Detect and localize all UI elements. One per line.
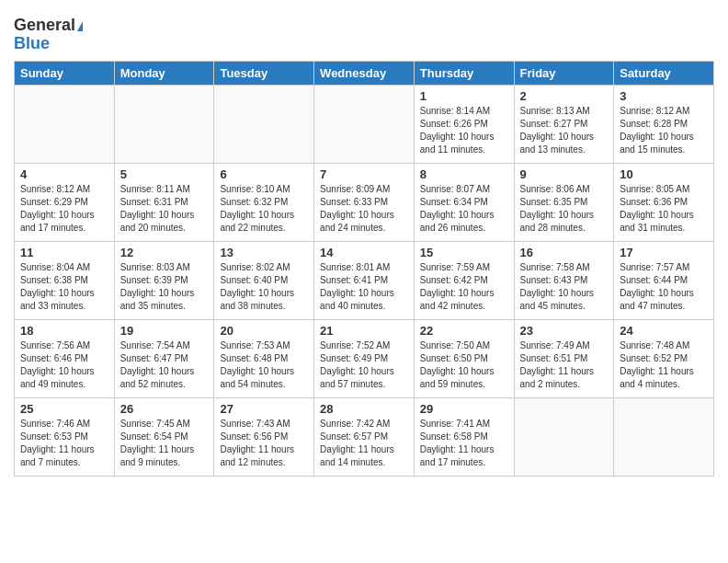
- calendar-cell: 2Sunrise: 8:13 AMSunset: 6:27 PMDaylight…: [514, 85, 614, 163]
- day-info: Sunrise: 7:58 AMSunset: 6:43 PMDaylight:…: [520, 261, 609, 313]
- calendar-cell: 23Sunrise: 7:49 AMSunset: 6:51 PMDayligh…: [514, 319, 614, 397]
- calendar-cell: [114, 85, 214, 163]
- day-info: Sunrise: 7:45 AMSunset: 6:54 PMDaylight:…: [120, 418, 209, 469]
- day-info: Sunrise: 7:46 AMSunset: 6:53 PMDaylight:…: [20, 418, 108, 469]
- day-number: 4: [20, 167, 108, 181]
- day-info: Sunrise: 8:10 AMSunset: 6:32 PMDaylight:…: [220, 183, 308, 235]
- calendar-cell: 16Sunrise: 7:58 AMSunset: 6:43 PMDayligh…: [514, 241, 614, 319]
- day-number: 23: [520, 324, 609, 338]
- day-number: 8: [420, 167, 508, 181]
- day-number: 12: [120, 246, 209, 259]
- day-number: 11: [20, 246, 108, 259]
- day-number: 29: [420, 402, 508, 416]
- calendar-cell: 11Sunrise: 8:04 AMSunset: 6:38 PMDayligh…: [15, 241, 115, 319]
- calendar-cell: [614, 397, 714, 476]
- day-number: 9: [520, 167, 609, 181]
- calendar-cell: 20Sunrise: 7:53 AMSunset: 6:48 PMDayligh…: [214, 319, 314, 397]
- calendar-cell: 4Sunrise: 8:12 AMSunset: 6:29 PMDaylight…: [15, 163, 115, 241]
- week-row-4: 25Sunrise: 7:46 AMSunset: 6:53 PMDayligh…: [15, 397, 714, 476]
- calendar-cell: 9Sunrise: 8:06 AMSunset: 6:35 PMDaylight…: [514, 163, 614, 241]
- day-header-thursday: Thursday: [414, 61, 514, 85]
- header-row: SundayMondayTuesdayWednesdayThursdayFrid…: [15, 61, 714, 85]
- calendar-table: SundayMondayTuesdayWednesdayThursdayFrid…: [14, 61, 714, 477]
- logo-general: General: [14, 17, 83, 35]
- day-info: Sunrise: 7:53 AMSunset: 6:48 PMDaylight:…: [220, 339, 308, 391]
- calendar-cell: [514, 397, 614, 476]
- day-info: Sunrise: 8:03 AMSunset: 6:39 PMDaylight:…: [120, 261, 209, 313]
- day-info: Sunrise: 8:14 AMSunset: 6:26 PMDaylight:…: [420, 105, 508, 156]
- calendar-cell: 1Sunrise: 8:14 AMSunset: 6:26 PMDaylight…: [414, 85, 514, 163]
- day-number: 3: [620, 89, 708, 103]
- calendar-cell: 21Sunrise: 7:52 AMSunset: 6:49 PMDayligh…: [314, 319, 415, 397]
- day-info: Sunrise: 8:02 AMSunset: 6:40 PMDaylight:…: [220, 261, 308, 313]
- week-row-3: 18Sunrise: 7:56 AMSunset: 6:46 PMDayligh…: [15, 319, 714, 397]
- day-info: Sunrise: 8:05 AMSunset: 6:36 PMDaylight:…: [620, 183, 708, 235]
- day-header-monday: Monday: [114, 61, 214, 85]
- calendar-cell: 26Sunrise: 7:45 AMSunset: 6:54 PMDayligh…: [114, 397, 214, 476]
- header: General Blue: [14, 9, 714, 53]
- calendar-cell: 22Sunrise: 7:50 AMSunset: 6:50 PMDayligh…: [414, 319, 514, 397]
- calendar-cell: 12Sunrise: 8:03 AMSunset: 6:39 PMDayligh…: [114, 241, 214, 319]
- day-info: Sunrise: 7:52 AMSunset: 6:49 PMDaylight:…: [320, 339, 408, 391]
- day-info: Sunrise: 8:06 AMSunset: 6:35 PMDaylight:…: [520, 183, 609, 235]
- calendar-cell: 24Sunrise: 7:48 AMSunset: 6:52 PMDayligh…: [614, 319, 714, 397]
- day-header-sunday: Sunday: [15, 61, 115, 85]
- calendar-cell: [314, 85, 415, 163]
- day-info: Sunrise: 7:41 AMSunset: 6:58 PMDaylight:…: [420, 418, 508, 469]
- day-info: Sunrise: 7:49 AMSunset: 6:51 PMDaylight:…: [520, 339, 609, 391]
- logo: General Blue: [14, 17, 83, 53]
- day-info: Sunrise: 7:48 AMSunset: 6:52 PMDaylight:…: [620, 339, 708, 391]
- day-number: 15: [420, 246, 508, 259]
- day-number: 1: [420, 89, 508, 103]
- day-info: Sunrise: 8:04 AMSunset: 6:38 PMDaylight:…: [20, 261, 108, 313]
- calendar-cell: 14Sunrise: 8:01 AMSunset: 6:41 PMDayligh…: [314, 241, 415, 319]
- day-info: Sunrise: 7:57 AMSunset: 6:44 PMDaylight:…: [620, 261, 708, 313]
- calendar-cell: 7Sunrise: 8:09 AMSunset: 6:33 PMDaylight…: [314, 163, 415, 241]
- day-header-friday: Friday: [514, 61, 614, 85]
- day-info: Sunrise: 7:50 AMSunset: 6:50 PMDaylight:…: [420, 339, 508, 391]
- day-number: 28: [320, 402, 408, 416]
- calendar-cell: 27Sunrise: 7:43 AMSunset: 6:56 PMDayligh…: [214, 397, 314, 476]
- day-info: Sunrise: 8:13 AMSunset: 6:27 PMDaylight:…: [520, 105, 609, 156]
- week-row-0: 1Sunrise: 8:14 AMSunset: 6:26 PMDaylight…: [15, 85, 714, 163]
- calendar-cell: 17Sunrise: 7:57 AMSunset: 6:44 PMDayligh…: [614, 241, 714, 319]
- day-number: 21: [320, 324, 408, 338]
- day-number: 7: [320, 167, 408, 181]
- day-header-wednesday: Wednesday: [314, 61, 415, 85]
- calendar-cell: 25Sunrise: 7:46 AMSunset: 6:53 PMDayligh…: [15, 397, 115, 476]
- day-number: 20: [220, 324, 308, 338]
- week-row-1: 4Sunrise: 8:12 AMSunset: 6:29 PMDaylight…: [15, 163, 714, 241]
- day-header-tuesday: Tuesday: [214, 61, 314, 85]
- week-row-2: 11Sunrise: 8:04 AMSunset: 6:38 PMDayligh…: [15, 241, 714, 319]
- day-number: 25: [20, 402, 108, 416]
- day-number: 10: [620, 167, 708, 181]
- day-number: 18: [20, 324, 108, 338]
- day-number: 26: [120, 402, 209, 416]
- calendar-cell: 15Sunrise: 7:59 AMSunset: 6:42 PMDayligh…: [414, 241, 514, 319]
- calendar-cell: 3Sunrise: 8:12 AMSunset: 6:28 PMDaylight…: [614, 85, 714, 163]
- calendar-cell: 29Sunrise: 7:41 AMSunset: 6:58 PMDayligh…: [414, 397, 514, 476]
- day-info: Sunrise: 7:54 AMSunset: 6:47 PMDaylight:…: [120, 339, 209, 391]
- calendar-cell: [214, 85, 314, 163]
- day-number: 5: [120, 167, 209, 181]
- day-info: Sunrise: 8:07 AMSunset: 6:34 PMDaylight:…: [420, 183, 508, 235]
- calendar-cell: 13Sunrise: 8:02 AMSunset: 6:40 PMDayligh…: [214, 241, 314, 319]
- day-number: 6: [220, 167, 308, 181]
- day-info: Sunrise: 8:12 AMSunset: 6:28 PMDaylight:…: [620, 105, 708, 156]
- calendar-cell: [15, 85, 115, 163]
- day-number: 19: [120, 324, 209, 338]
- day-number: 16: [520, 246, 609, 259]
- day-header-saturday: Saturday: [614, 61, 714, 85]
- calendar-cell: 18Sunrise: 7:56 AMSunset: 6:46 PMDayligh…: [15, 319, 115, 397]
- calendar-cell: 5Sunrise: 8:11 AMSunset: 6:31 PMDaylight…: [114, 163, 214, 241]
- day-info: Sunrise: 8:12 AMSunset: 6:29 PMDaylight:…: [20, 183, 108, 235]
- calendar-cell: 10Sunrise: 8:05 AMSunset: 6:36 PMDayligh…: [614, 163, 714, 241]
- day-number: 24: [620, 324, 708, 338]
- day-number: 13: [220, 246, 308, 259]
- logo-blue: Blue: [14, 35, 50, 53]
- day-info: Sunrise: 8:09 AMSunset: 6:33 PMDaylight:…: [320, 183, 408, 235]
- day-info: Sunrise: 7:56 AMSunset: 6:46 PMDaylight:…: [20, 339, 108, 391]
- day-number: 2: [520, 89, 609, 103]
- calendar-cell: 19Sunrise: 7:54 AMSunset: 6:47 PMDayligh…: [114, 319, 214, 397]
- day-number: 14: [320, 246, 408, 259]
